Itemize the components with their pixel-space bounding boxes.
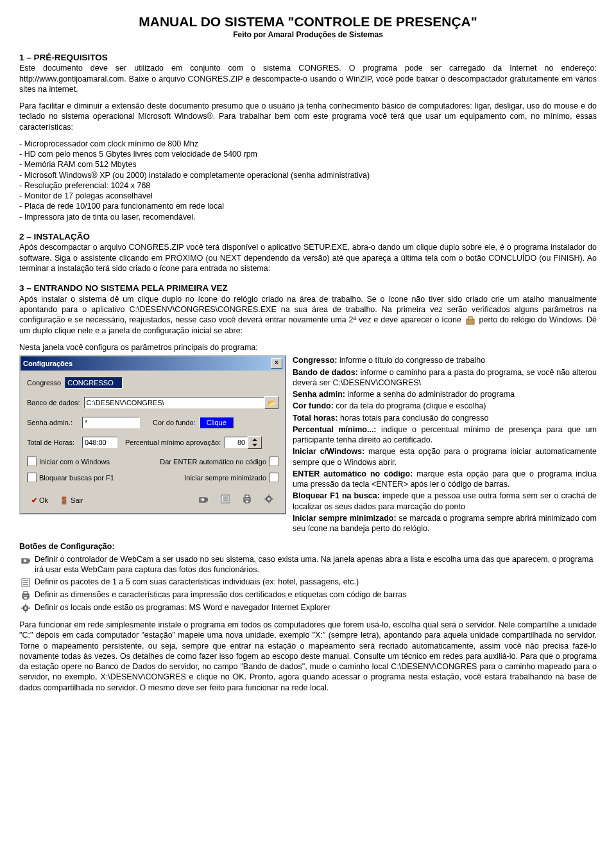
webcam-icon (198, 494, 209, 506)
senha-label: Senha admin.: (27, 418, 78, 427)
banco-label: Banco de dados: (27, 398, 80, 407)
list-icon (220, 494, 230, 506)
banco-input[interactable] (84, 397, 264, 408)
percentual-label: Percentual mínimo aprovação: (125, 438, 221, 447)
dialog-titlebar: Configurações × (21, 356, 285, 371)
section3-p2: Nesta janela você configura os parâmetro… (19, 342, 597, 353)
svg-point-15 (268, 498, 270, 500)
congresso-input[interactable] (65, 377, 123, 389)
print-config-button[interactable] (237, 491, 257, 509)
config-descriptions: Congresso: informe o título do congresso… (293, 355, 597, 535)
door-icon: 🚪 (60, 496, 69, 505)
folder-icon: 📂 (268, 399, 275, 407)
doc-subtitle: Feito por Amaral Produções de Sistemas (19, 30, 597, 40)
section3-p1: Após instalar o sistema dê um clique dup… (19, 294, 597, 336)
button-def-row: Definir as dimensões e características p… (19, 590, 597, 600)
section3-heading: 3 – ENTRANDO NO SISTEMA PELA PRIMEIRA VE… (19, 283, 597, 294)
packages-config-button[interactable] (216, 491, 235, 509)
svg-point-21 (24, 559, 26, 562)
bloquear-f1-label: Bloquear buscas por F1 (39, 473, 114, 482)
button-def-row: Definir os locais onde estão os programa… (19, 602, 597, 613)
spec-item: - Microsoft Windows® XP (ou 2000) instal… (19, 170, 597, 180)
total-label: Total de Horas: (27, 438, 78, 447)
button-def-row: Definir o controlador de WebCam a ser us… (19, 554, 597, 575)
svg-rect-32 (25, 604, 26, 606)
minimizado-label: Iniciar sempre minimizado (184, 473, 266, 482)
check-icon: ✔ (31, 496, 37, 505)
svg-rect-28 (24, 591, 28, 594)
svg-point-31 (25, 607, 27, 609)
spec-item: - Impressora jato de tinta ou laser, rec… (19, 212, 597, 222)
congresso-label: Congresso (27, 378, 61, 387)
svg-rect-1 (468, 317, 472, 320)
svg-rect-18 (264, 498, 266, 500)
minimizado-checkbox[interactable] (269, 473, 278, 482)
tray-icon (465, 315, 475, 326)
footer-paragraph: Para funcionar em rede simplesmente inst… (19, 620, 597, 693)
gear-icon (21, 603, 31, 613)
sair-button[interactable]: 🚪 Sair (55, 493, 88, 507)
svg-rect-12 (245, 495, 249, 498)
percentual-spinner[interactable] (248, 436, 262, 449)
config-dialog: Configurações × Congresso Banco de dados… (19, 355, 286, 514)
corfundo-label: Cor do fundo: (153, 418, 196, 427)
svg-rect-16 (268, 494, 270, 496)
svg-marker-2 (252, 439, 257, 441)
enter-auto-label: Dar ENTER automático no código (160, 457, 266, 466)
browse-button[interactable]: 📂 (264, 396, 278, 409)
svg-rect-19 (271, 498, 273, 500)
paths-config-button[interactable] (259, 491, 278, 509)
webcam-icon (21, 555, 31, 565)
total-input[interactable] (82, 437, 117, 448)
doc-title: MANUAL DO SISTEMA "CONTROLE DE PRESENÇA" (19, 13, 597, 30)
enter-auto-checkbox[interactable] (269, 457, 278, 466)
spec-item: - Microprocessador com clock mínimo de 8… (19, 139, 597, 149)
printer-icon (242, 494, 252, 506)
svg-marker-3 (252, 444, 257, 446)
section1-p1: Este documento deve ser utilizado em con… (19, 63, 597, 94)
dialog-title: Configurações (23, 359, 73, 368)
percentual-input[interactable] (225, 437, 248, 448)
svg-rect-13 (245, 500, 249, 503)
bloquear-f1-checkbox[interactable] (27, 473, 37, 482)
spec-item: - Monitor de 17 polegas aconselhável (19, 191, 597, 201)
spinner-icon (252, 438, 258, 447)
iniciar-windows-checkbox[interactable] (27, 457, 37, 466)
svg-rect-35 (28, 607, 30, 609)
printer-icon (21, 590, 31, 600)
button-config-heading: Botões de Configuração: (19, 541, 597, 552)
svg-rect-34 (21, 607, 23, 609)
svg-rect-33 (25, 611, 26, 613)
section2-p1: Após descompactar o arquivo CONGRES.ZIP … (19, 242, 597, 274)
section1-heading: 1 – PRÉ-REQUISITOS (19, 52, 597, 64)
svg-point-5 (201, 498, 204, 501)
section2-heading: 2 – INSTALAÇÃO (19, 231, 597, 243)
iniciar-windows-label: Iniciar com o Windows (39, 457, 110, 466)
spec-item: - Placa de rede 10/100 para funcionament… (19, 201, 597, 211)
svg-rect-17 (268, 502, 270, 503)
close-button[interactable]: × (271, 358, 282, 369)
senha-input[interactable] (82, 417, 140, 428)
button-def-row: Definir os pacotes de 1 a 5 com suas car… (19, 577, 597, 588)
spec-item: - HD com pelo menos 5 Gbytes livres com … (19, 149, 597, 159)
gear-icon (264, 494, 274, 506)
section1-p2: Para facilitar e diminuir a extensão des… (19, 101, 597, 132)
svg-rect-29 (24, 597, 28, 599)
webcam-config-button[interactable] (194, 491, 213, 509)
spec-item: - Resolução preferencial: 1024 x 768 (19, 180, 597, 191)
spec-item: - Memória RAM com 512 Mbytes (19, 159, 597, 170)
spec-list: - Microprocessador com clock mínimo de 8… (19, 139, 597, 222)
ok-button[interactable]: ✔ Ok (27, 493, 53, 507)
clique-button[interactable]: Clique (200, 417, 234, 428)
list-icon (21, 577, 31, 588)
